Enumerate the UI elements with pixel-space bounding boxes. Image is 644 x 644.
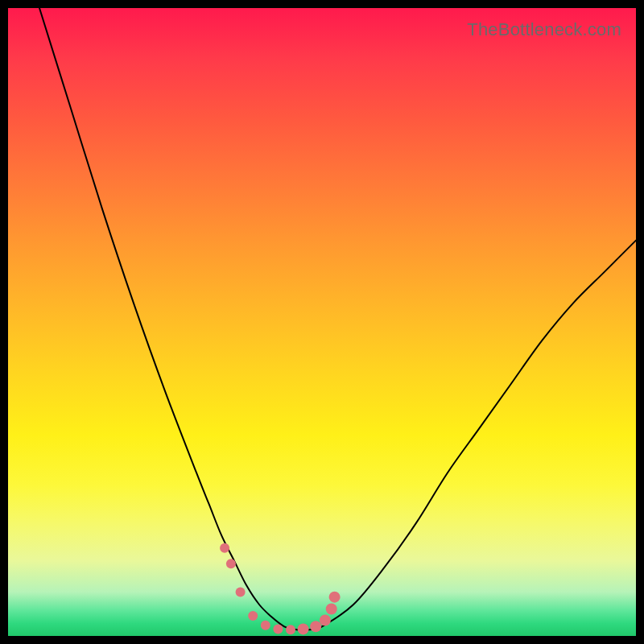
trough-marker — [273, 624, 283, 634]
trough-marker — [310, 621, 321, 632]
trough-marker — [298, 623, 309, 634]
trough-marker — [248, 611, 258, 621]
trough-marker — [236, 587, 246, 597]
trough-marker — [320, 615, 331, 626]
trough-marker — [329, 592, 341, 603]
trough-marker — [326, 603, 337, 614]
trough-marker — [226, 559, 236, 568]
curve-layer — [8, 8, 636, 636]
plot-area: TheBottleneck.com — [8, 8, 636, 636]
chart-container: TheBottleneck.com — [0, 0, 644, 644]
bottleneck-curve — [39, 8, 636, 630]
trough-marker — [286, 625, 295, 634]
trough-marker — [220, 543, 229, 553]
trough-marker — [261, 621, 270, 630]
trough-markers-group — [220, 543, 341, 635]
